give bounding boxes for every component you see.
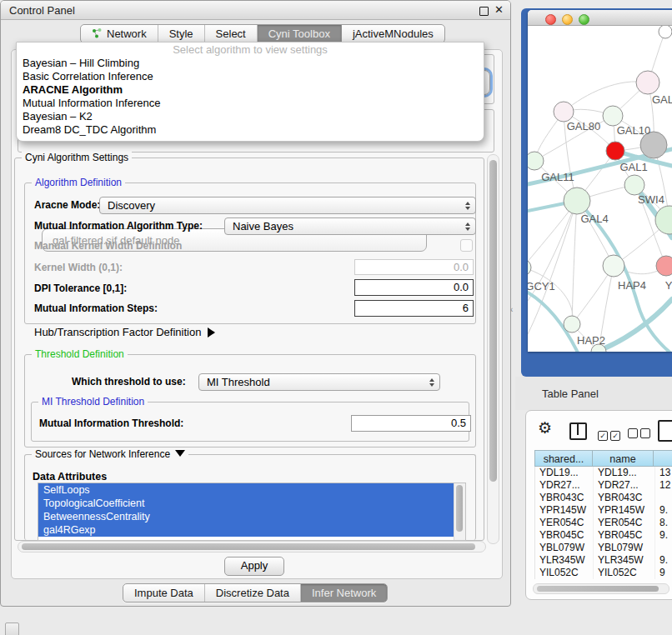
table-row[interactable]: YBR043CYBR043C [535, 492, 672, 504]
network-node-y[interactable] [656, 256, 672, 276]
table-cell: YDR27... [594, 479, 655, 492]
settings-vertical-scrollbar[interactable] [487, 154, 499, 544]
table-cell: 9. [655, 504, 672, 517]
control-panel-tab-bar: NetworkStyleSelectCyni ToolboxjActiveMNo… [80, 24, 445, 43]
network-node-gcy1[interactable] [528, 259, 531, 276]
window-close-icon[interactable] [545, 14, 556, 25]
table-row[interactable]: YLR345WYLR345W9. [535, 554, 672, 567]
table-horizontal-scrollbar[interactable] [533, 583, 669, 594]
data-attribute-item[interactable]: TopologicalCoefficient [38, 497, 454, 510]
mi-steps-field[interactable]: 6 [354, 300, 474, 317]
mode-tab-discretize-data[interactable]: Discretize Data [205, 584, 301, 602]
network-node-gal10[interactable] [603, 106, 623, 126]
gear-icon[interactable]: ⚙ [538, 418, 552, 437]
minimized-panel-icon[interactable] [5, 622, 19, 635]
attributes-list-scrollbar[interactable] [454, 483, 465, 540]
window-zoom-icon[interactable] [579, 14, 589, 25]
algorithm-option-mutual-information-inference[interactable]: Mutual Information Inference [17, 97, 484, 110]
table-cell: YPR145W [535, 504, 594, 517]
mode-tab-infer-network[interactable]: Infer Network [301, 584, 387, 602]
data-attributes-list[interactable]: SelfLoopsTopologicalCoefficientBetweenne… [38, 482, 466, 541]
table-row[interactable]: YDR27...YDR27...12 [535, 479, 672, 492]
tab-jactivemnodules[interactable]: jActiveMNodules [342, 25, 444, 42]
column-header[interactable]: A [653, 450, 672, 467]
algorithm-option-basic-correlation-inference[interactable]: Basic Correlation Inference [17, 70, 484, 83]
tab-cyni-toolbox[interactable]: Cyni Toolbox [258, 25, 342, 42]
expanded-arrow-icon [175, 450, 185, 457]
dpi-tolerance-field[interactable]: 0.0 [354, 279, 474, 296]
mi-threshold-field[interactable]: 0.5 [351, 415, 471, 432]
table-cell: YDR27... [535, 479, 594, 492]
algorithm-placeholder: Select algorithm to view settings [17, 42, 484, 57]
network-node-hap4[interactable] [603, 255, 624, 277]
control-panel-title: Control Panel [9, 4, 75, 17]
hub-section-toggle[interactable]: Hub/Transcription Factor Definition [34, 326, 215, 338]
tab-style[interactable]: Style [158, 25, 205, 42]
network-node-swi4[interactable] [624, 175, 644, 195]
table-row[interactable]: YIL052CYIL052C9 [535, 567, 672, 579]
kernel-width-field[interactable]: 0.0 [354, 259, 474, 275]
algorithm-option-bayesian-hill-climbing[interactable]: Bayesian – Hill Climbing [17, 57, 484, 70]
manual-kernel-checkbox[interactable] [460, 239, 473, 252]
algorithm-option-aracne-algorithm[interactable]: ARACNE Algorithm [17, 83, 484, 97]
column-header[interactable]: shared... [534, 450, 593, 467]
table-cell [655, 542, 672, 554]
table-cell: YDL19... [535, 467, 594, 479]
column-header[interactable]: name [592, 450, 654, 467]
tab-select[interactable]: Select [205, 25, 258, 42]
dpi-tolerance-label: DPI Tolerance [0,1]: [34, 282, 127, 294]
network-node[interactable] [655, 206, 672, 234]
select-all-icon[interactable]: ✓✓ [598, 427, 623, 442]
table-row[interactable]: YPR145WYPR145W9. [535, 504, 672, 517]
algorithm-option-dream8-dc-tdc-algorithm[interactable]: Dream8 DC_TDC Algorithm [17, 123, 484, 137]
network-window-titlebar [528, 10, 672, 26]
sources-title[interactable]: Sources for Network Inference [32, 448, 188, 460]
mode-tab-impute-data[interactable]: Impute Data [123, 584, 205, 602]
table-row[interactable]: YBR045CYBR045C9. [535, 529, 672, 542]
network-node[interactable] [659, 26, 672, 38]
data-attribute-item[interactable]: SelfLoops [38, 483, 454, 497]
page-icon[interactable] [658, 420, 672, 442]
data-attribute-item[interactable]: BetweennessCentrality [38, 510, 454, 523]
manual-kernel-label: Manual Kernel Width Definition [34, 240, 182, 252]
mode-tab-label: Discretize Data [216, 587, 289, 599]
network-node-hap2[interactable] [564, 316, 580, 332]
network-node-gal80[interactable] [554, 102, 574, 122]
algorithm-option-bayesian-k2[interactable]: Bayesian – K2 [17, 110, 484, 123]
which-threshold-combo[interactable]: MI Threshold [198, 373, 440, 391]
network-view-frame: GALGAL80GAL10GAL1GAL11SWI4GAL4HAP4YGCY1H… [528, 10, 672, 352]
tab-network[interactable]: Network [81, 25, 158, 42]
aracne-mode-combo[interactable]: Discovery [99, 197, 476, 214]
combo-stepper-icon [465, 202, 470, 210]
aracne-mode-value: Discovery [108, 199, 155, 212]
deselect-all-icon[interactable] [628, 427, 653, 442]
split-columns-icon[interactable] [569, 422, 587, 440]
network-node-gal1[interactable] [606, 142, 624, 160]
mode-tab-label: Infer Network [312, 587, 376, 599]
network-canvas[interactable]: GALGAL80GAL10GAL1GAL11SWI4GAL4HAP4YGCY1H… [528, 26, 672, 352]
float-panel-icon[interactable] [479, 7, 489, 16]
network-node-gal4[interactable] [564, 188, 590, 214]
table-row[interactable]: YER054CYER054C8. [535, 517, 672, 529]
data-attribute-item[interactable]: gal4RGexp [38, 523, 454, 537]
node-label: GCY1 [528, 280, 555, 292]
mi-type-combo[interactable]: Naive Bayes [224, 218, 476, 235]
table-row[interactable]: YDL19...YDL19...13 [535, 467, 672, 479]
node-table: shared...nameA YDL19...YDL19...13YDR27..… [534, 450, 672, 579]
tab-label: jActiveMNodules [353, 28, 434, 40]
table-panel-card: ⚙ ✓✓ shared...nameA YDL19...YDL19...13YD… [525, 410, 672, 600]
collapsed-arrow-icon [208, 328, 215, 338]
panel-divider-collapse-icon[interactable]: ‹ [510, 305, 513, 314]
node-label: GAL [652, 93, 672, 106]
apply-button[interactable]: Apply [224, 557, 284, 576]
close-panel-icon[interactable]: ✕ [494, 3, 504, 16]
network-node-gal[interactable] [636, 71, 659, 94]
table-cell: YPR145W [594, 504, 655, 517]
settings-horizontal-scrollbar[interactable] [18, 541, 486, 552]
table-cell: YDL19... [594, 467, 655, 479]
hub-section-label: Hub/Transcription Factor Definition [34, 326, 201, 338]
network-node-gal11[interactable] [528, 152, 544, 170]
node-table-header: shared...nameA [534, 450, 672, 467]
table-row[interactable]: YBL079WYBL079W [535, 542, 672, 554]
window-minimize-icon[interactable] [562, 14, 573, 25]
